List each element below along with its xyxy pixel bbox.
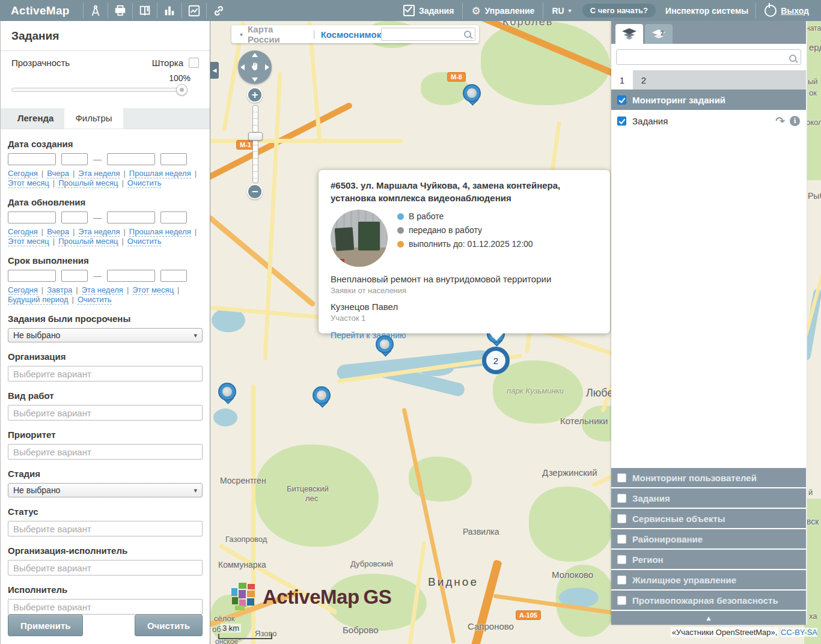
layer-search-input[interactable] (616, 49, 801, 65)
license-link[interactable]: CC-BY-SA (781, 628, 817, 637)
layer-group-header[interactable]: Противопожарная безопасность (611, 591, 806, 610)
search-icon[interactable] (789, 55, 796, 62)
zoom-in-button[interactable]: + (247, 87, 263, 103)
zoom-to-layer-icon[interactable]: ↷ (775, 115, 785, 127)
time-from-input[interactable] (61, 153, 88, 165)
filter-quick-link[interactable]: Завтра (47, 285, 72, 295)
filter-quick-link[interactable]: Прошлая неделя (129, 169, 191, 178)
layer-row[interactable]: Задания ↷ i (611, 110, 806, 132)
zoom-slider-track[interactable] (252, 105, 258, 183)
quick-start-button[interactable]: С чего начать? (582, 4, 656, 17)
filter-quick-link[interactable]: Эта неделя (78, 227, 120, 237)
layer-group-header[interactable]: Сервисные объекты (611, 509, 806, 528)
basemap-map-option[interactable]: Карта России (248, 24, 307, 44)
layer-group-checkbox[interactable] (617, 96, 626, 105)
task-marker[interactable] (313, 386, 331, 404)
map-pan-control[interactable] (238, 50, 272, 84)
pan-up-icon[interactable] (252, 53, 258, 57)
filter-quick-link[interactable]: Будущий период (8, 295, 69, 305)
stage-select[interactable]: Не выбрано ▾ (8, 483, 203, 497)
filter-quick-link[interactable]: Прошлый месяц (58, 237, 118, 246)
reference-button[interactable] (133, 0, 157, 21)
layer-group-checkbox[interactable] (617, 596, 626, 605)
layer-page-tab-2[interactable]: 2 (633, 70, 655, 90)
pan-down-icon[interactable] (252, 77, 258, 82)
filter-quick-link[interactable]: Сегодня (8, 227, 38, 237)
filter-quick-link[interactable]: Прошлая неделя (129, 227, 191, 237)
layer-group-checkbox[interactable] (617, 576, 626, 585)
filter-quick-link[interactable]: Эта неделя (82, 285, 123, 295)
clear-button[interactable]: Очистить (135, 615, 203, 636)
map-canvas[interactable]: КоролёвМосрентгенБитцевскийлесГазопровод… (210, 21, 821, 644)
layer-group-checkbox[interactable] (617, 535, 626, 544)
tab-legend[interactable]: Легенда (7, 108, 64, 129)
task-photo[interactable] (331, 210, 388, 267)
executor-input[interactable] (8, 599, 203, 615)
logout-button[interactable]: Выход (756, 0, 821, 21)
reports-button[interactable] (182, 0, 206, 21)
org-executor-input[interactable] (8, 560, 203, 576)
work-type-input[interactable] (8, 405, 203, 421)
layer-info-icon[interactable]: i (790, 116, 800, 126)
layer-page-tab-1[interactable]: 1 (611, 70, 633, 90)
filter-quick-link[interactable]: Сегодня (8, 169, 38, 178)
priority-input[interactable] (8, 444, 203, 460)
date-to-input[interactable] (107, 211, 155, 223)
layer-group-header[interactable]: Мониторинг пользователей (611, 468, 806, 487)
curtain-checkbox[interactable] (189, 58, 199, 68)
layer-group-checkbox[interactable] (617, 494, 626, 503)
filter-quick-link[interactable]: Очистить (127, 237, 162, 246)
measure-tool-button[interactable] (84, 0, 108, 21)
zoom-out-button[interactable]: − (247, 184, 263, 199)
layer-group-header[interactable]: Регион (611, 550, 806, 569)
go-to-task-link[interactable]: Перейти к заданию (331, 330, 406, 340)
search-icon[interactable] (464, 31, 471, 38)
filter-quick-link[interactable]: Прошлый месяц (58, 178, 118, 188)
layer-group-header[interactable]: Задания (611, 488, 806, 508)
nav-tasks[interactable]: Задания (395, 0, 462, 21)
date-from-input[interactable] (8, 270, 56, 282)
zoom-slider-handle[interactable] (248, 132, 263, 141)
filter-quick-link[interactable]: Вчера (47, 227, 69, 237)
date-to-input[interactable] (107, 153, 155, 165)
date-from-input[interactable] (8, 211, 56, 223)
statistics-button[interactable] (157, 0, 182, 21)
task-marker[interactable] (218, 383, 236, 401)
apply-button[interactable]: Применить (8, 615, 83, 636)
basemap-satellite-option[interactable]: Космоснимок (321, 29, 382, 40)
chevron-down-icon[interactable]: ▾ (240, 31, 243, 38)
tab-filters[interactable]: Фильтры (64, 108, 123, 129)
map-search-input[interactable] (381, 28, 475, 41)
status-input[interactable] (8, 521, 203, 536)
layer-group-header[interactable]: Жилищное управление (611, 570, 806, 589)
filter-quick-link[interactable]: Сегодня (8, 285, 38, 295)
layer-group-checkbox[interactable] (617, 473, 626, 482)
marker-cluster[interactable]: 2 (482, 347, 510, 374)
time-to-input[interactable] (160, 153, 187, 165)
time-to-input[interactable] (160, 211, 187, 223)
layer-group-header[interactable]: Районирование (611, 529, 806, 548)
task-marker[interactable] (463, 84, 481, 102)
filter-quick-link[interactable]: Вчера (47, 169, 69, 178)
nav-management[interactable]: ⚙ Управление (463, 0, 543, 21)
sidebar-collapse-button[interactable]: ◀ (210, 62, 219, 79)
print-button[interactable] (108, 0, 132, 21)
overdue-select[interactable]: Не выбрано ▾ (8, 328, 203, 342)
share-link-button[interactable] (207, 0, 231, 21)
tab-layers[interactable] (615, 24, 643, 44)
time-from-input[interactable] (61, 270, 88, 282)
opacity-slider[interactable] (11, 88, 186, 92)
system-inspector-button[interactable]: Инспектор системы (658, 6, 755, 16)
layer-group-header-open[interactable]: Мониторинг заданий (611, 90, 806, 110)
filter-quick-link[interactable]: Эта неделя (78, 169, 120, 178)
time-from-input[interactable] (61, 211, 88, 223)
filter-quick-link[interactable]: Очистить (78, 295, 112, 305)
filter-quick-link[interactable]: Очистить (127, 178, 162, 188)
pan-right-icon[interactable] (265, 64, 269, 70)
language-switcher[interactable]: RU ▾ (543, 0, 579, 21)
date-from-input[interactable] (8, 153, 56, 165)
filter-quick-link[interactable]: Этот месяц (132, 285, 174, 295)
date-to-input[interactable] (107, 270, 155, 282)
panel-collapse-button[interactable]: ▲ (611, 611, 806, 625)
filter-quick-link[interactable]: Этот месяц (8, 178, 49, 188)
